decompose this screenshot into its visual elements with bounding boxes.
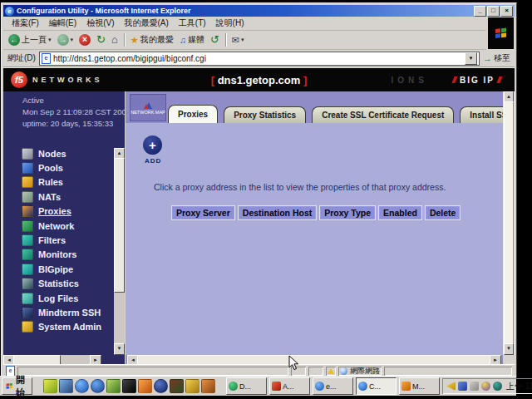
sidebar-item-bigpipe[interactable]: BIGpipe: [3, 262, 113, 276]
log-files-icon: [22, 293, 33, 304]
back-dropdown-icon[interactable]: ▾: [48, 37, 52, 43]
add-proxy-button[interactable]: +: [143, 135, 162, 155]
tab-proxy-statistics[interactable]: Proxy Statistics: [224, 106, 306, 123]
red-tick-icon: [496, 76, 502, 83]
back-label: 上一頁: [22, 34, 47, 46]
media-icon: ♫: [180, 34, 186, 46]
favorites-button[interactable]: ★ 我的最愛: [129, 33, 175, 47]
sidebar-vertical-scrollbar[interactable]: ▲ ▼: [114, 148, 125, 355]
sidebar-item-nats[interactable]: NATs: [3, 190, 113, 204]
stop-button[interactable]: ×: [77, 33, 92, 47]
sidebar-item-mindterm-ssh[interactable]: Mindterm SSH: [3, 305, 113, 319]
sidebar-item-statistics[interactable]: Statistics: [3, 277, 113, 291]
toolbar: ← 上一頁 ▾ → ▾ × ↻ ⌂ ★ 我的最愛 ♫: [3, 31, 486, 50]
nav-sidebar: Active Mon Sep 2 11:09:28 CST 2002 uptim…: [3, 91, 125, 366]
clock: 上午 11:00: [506, 381, 532, 392]
red-tick-icon: [451, 76, 457, 83]
quick-launch-icon-6[interactable]: [122, 379, 136, 393]
quick-launch-icon-5[interactable]: [106, 379, 121, 393]
tab-create-ssl-certificate-request[interactable]: Create SSL Certificate Request: [312, 106, 454, 123]
close-button[interactable]: ×: [500, 6, 513, 17]
quick-launch-icon-2[interactable]: [59, 379, 73, 393]
status-alert-pane: [326, 367, 336, 376]
add-button-label: ADD: [145, 157, 161, 165]
window-title: Configuration Utility - Microsoft Intern…: [17, 7, 471, 15]
menu-tools[interactable]: 工具(T): [174, 17, 211, 30]
tab-proxies[interactable]: Proxies: [168, 105, 218, 123]
back-button[interactable]: ← 上一頁 ▾: [7, 33, 53, 47]
refresh-button[interactable]: ↻: [95, 33, 107, 47]
quick-launch-icon-8[interactable]: [154, 379, 168, 393]
scroll-down-icon[interactable]: ▼: [114, 343, 125, 355]
refresh-icon: ↻: [96, 34, 106, 46]
sidebar-item-pools[interactable]: Pools: [3, 160, 113, 175]
sidebar-item-nodes[interactable]: Nodes: [3, 146, 113, 160]
history-button[interactable]: ↺: [209, 33, 221, 47]
f5-header: f5 NETWORKS [ dns1.getop.com ] IONS BIG …: [3, 68, 515, 91]
forward-button[interactable]: → ▾: [56, 33, 76, 47]
forward-icon: →: [57, 34, 69, 46]
proxy-table-header-row: Proxy Server Destination Host Proxy Type…: [171, 205, 461, 220]
tray-icon-1[interactable]: [446, 382, 456, 391]
menu-file[interactable]: 檔案(F): [7, 17, 44, 30]
f5-logo-icon: f5: [11, 71, 27, 88]
taskbar-window-button-5[interactable]: M...: [399, 377, 440, 395]
taskbar-window-button-2[interactable]: A...: [269, 377, 310, 395]
sidebar-item-rules[interactable]: Rules: [3, 175, 113, 190]
quick-launch-icon-4[interactable]: [91, 379, 105, 393]
tray-icon-5[interactable]: [493, 382, 502, 391]
address-input[interactable]: [53, 53, 462, 64]
history-icon: ↺: [210, 34, 219, 46]
go-button[interactable]: → 移至: [483, 52, 510, 64]
scroll-down-icon[interactable]: ▼: [504, 343, 514, 355]
menu-favorites[interactable]: 我的最愛(A): [119, 17, 173, 30]
statistics-icon: [22, 278, 33, 289]
start-button[interactable]: 開始: [2, 377, 32, 395]
sidebar-item-system-admin[interactable]: System Admin: [3, 320, 113, 334]
quick-launch-icon-7[interactable]: [138, 379, 152, 393]
hostname: [ dns1.getop.com ]: [211, 74, 308, 86]
scrollbar-thumb[interactable]: [504, 101, 514, 345]
app-icon: [358, 382, 367, 391]
rules-icon: [22, 176, 33, 188]
menu-help[interactable]: 說明(H): [211, 17, 249, 30]
quick-launch-icon-11[interactable]: [201, 379, 215, 393]
media-button[interactable]: ♫ 媒體: [178, 33, 206, 47]
back-icon: ←: [8, 34, 20, 46]
network-map-button[interactable]: NETWORK MAP: [130, 94, 166, 121]
menu-edit[interactable]: 編輯(E): [44, 17, 81, 30]
taskbar-window-button-1[interactable]: D...: [226, 377, 267, 395]
mail-dropdown-icon[interactable]: ▾: [241, 37, 244, 43]
sidebar-item-log-files[interactable]: Log Files: [3, 291, 113, 305]
favorites-star-icon: ★: [131, 34, 139, 46]
taskbar-window-button-4-active[interactable]: C...: [356, 377, 397, 395]
column-header-delete: Delete: [425, 205, 461, 220]
tray-icon-2[interactable]: [458, 382, 467, 391]
home-button[interactable]: ⌂: [110, 33, 120, 47]
favorites-label: 我的最愛: [140, 34, 174, 46]
address-dropdown-icon[interactable]: ▾: [465, 52, 477, 65]
scrollbar-thumb[interactable]: [114, 158, 125, 293]
maximize-button[interactable]: □: [487, 6, 500, 17]
ie-logo-icon: e: [5, 7, 14, 16]
mail-button[interactable]: ✉ ▾: [230, 33, 246, 47]
forward-dropdown-icon[interactable]: ▾: [71, 37, 74, 43]
sidebar-item-filters[interactable]: Filters: [3, 233, 113, 247]
column-header-destination-host: Destination Host: [238, 205, 317, 220]
main-vertical-scrollbar[interactable]: ▲ ▼: [503, 91, 515, 355]
status-pane: [384, 367, 512, 376]
tray-icon-3[interactable]: [470, 382, 479, 391]
sidebar-item-network[interactable]: Network: [3, 219, 113, 233]
minimize-button[interactable]: _: [474, 6, 486, 17]
sidebar-item-monitors[interactable]: Monitors: [3, 248, 113, 262]
title-bar[interactable]: e Configuration Utility - Microsoft Inte…: [3, 5, 515, 17]
quick-launch-icon-1[interactable]: [43, 379, 57, 393]
quick-launch-icon-9[interactable]: [170, 379, 184, 393]
menu-view[interactable]: 檢視(V): [81, 17, 119, 30]
quick-launch-icon-3[interactable]: [75, 379, 89, 393]
tray-icon-4[interactable]: [481, 382, 490, 391]
page-icon: e: [42, 53, 51, 64]
quick-launch-icon-10[interactable]: [185, 379, 200, 393]
sidebar-item-proxies[interactable]: Proxies: [3, 204, 113, 219]
taskbar-window-button-3[interactable]: e...: [313, 377, 353, 395]
